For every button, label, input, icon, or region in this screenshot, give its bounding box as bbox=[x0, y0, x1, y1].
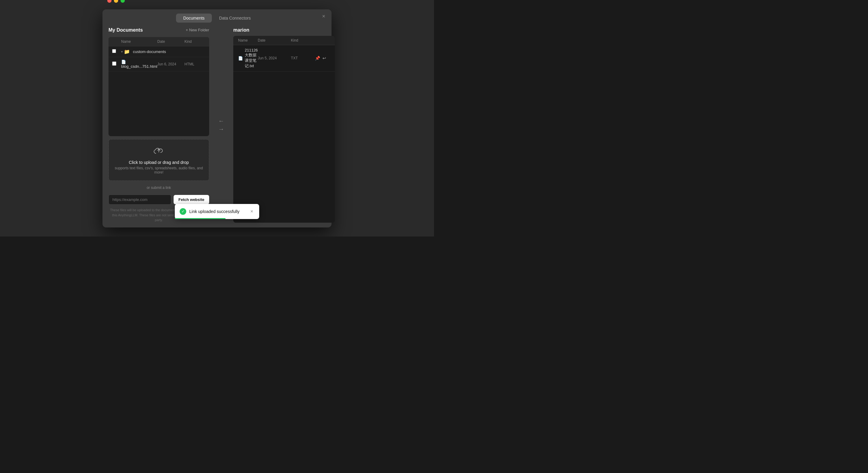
rfile-actions: 📌 ↩ bbox=[315, 56, 330, 61]
rfile-kind: TXT bbox=[291, 56, 315, 60]
rfile-icon: 📄 bbox=[238, 56, 243, 61]
fetch-website-button[interactable]: Fetch website bbox=[174, 195, 209, 204]
table-row[interactable]: 📄 211126大数据课堂笔记.txt Jun 5, 2024 TXT 📌 ↩ bbox=[233, 45, 335, 72]
transfer-arrows: ← → bbox=[215, 27, 227, 223]
link-input[interactable] bbox=[108, 195, 171, 204]
col-name: Name bbox=[121, 39, 157, 44]
rfile-name: 📄 211126大数据课堂笔记.txt bbox=[238, 48, 258, 69]
file-doc-icon: 📄 bbox=[121, 60, 126, 64]
upload-dropzone[interactable]: Click to upload or drag and drop support… bbox=[108, 139, 209, 181]
file-table-header: Name Date Kind bbox=[108, 37, 209, 46]
left-panel-header: My Documents + New Folder bbox=[108, 27, 209, 33]
divider-text: or submit a link bbox=[108, 186, 209, 190]
left-panel: My Documents + New Folder Name Date Kind bbox=[108, 27, 209, 223]
chevron-icon: ▾ bbox=[121, 50, 123, 53]
toast-message: Link uploaded successfully bbox=[189, 209, 247, 214]
col-checkbox bbox=[112, 39, 121, 44]
toast-success-icon: ✓ bbox=[180, 208, 186, 215]
workspace-name: marion bbox=[233, 27, 249, 33]
folder-row[interactable]: ▾ 📁 custom-documents bbox=[108, 46, 209, 57]
file-checkbox[interactable] bbox=[112, 61, 116, 66]
toast-close-button[interactable]: × bbox=[250, 209, 253, 214]
documents-modal: × Documents Data Connectors My Documents… bbox=[102, 9, 332, 227]
folder-checkbox-area bbox=[112, 49, 121, 54]
rcol-kind: Kind bbox=[291, 38, 315, 42]
file-checkbox-area bbox=[112, 61, 121, 67]
upload-title: Click to upload or drag and drop bbox=[114, 160, 204, 165]
right-panel-header: marion bbox=[233, 27, 335, 33]
tab-documents[interactable]: Documents bbox=[176, 13, 212, 23]
file-kind: HTML bbox=[184, 62, 206, 66]
tabs-bar: Documents Data Connectors bbox=[102, 9, 332, 23]
toast-progress-bar bbox=[175, 218, 225, 219]
file-name: 📄 blog_csdn...751.html bbox=[121, 60, 157, 69]
close-window-button[interactable] bbox=[107, 0, 112, 3]
file-date: Jun 6, 2024 bbox=[157, 62, 184, 66]
folder-checkbox[interactable] bbox=[112, 49, 116, 53]
folder-icon: 📁 bbox=[124, 49, 130, 55]
right-arrow-icon: → bbox=[218, 126, 224, 132]
link-row: Fetch website bbox=[108, 195, 209, 204]
right-table-header: Name Date Kind bbox=[233, 36, 335, 45]
table-row[interactable]: 📄 blog_csdn...751.html Jun 6, 2024 HTML bbox=[108, 57, 209, 71]
col-date: Date bbox=[157, 39, 184, 44]
close-modal-button[interactable]: × bbox=[320, 13, 327, 20]
rfile-date: Jun 5, 2024 bbox=[258, 56, 291, 60]
upload-cloud-icon bbox=[114, 146, 204, 158]
rcol-actions bbox=[315, 38, 330, 42]
workspace-file-table: Name Date Kind 📄 211126大数据课堂笔记.txt Jun 5… bbox=[233, 36, 335, 223]
folder-name-area: ▾ 📁 custom-documents bbox=[121, 49, 206, 55]
minimize-window-button[interactable] bbox=[114, 0, 118, 3]
rcol-name: Name bbox=[238, 38, 258, 42]
folder-name: custom-documents bbox=[133, 50, 166, 54]
window-controls bbox=[107, 0, 125, 3]
left-arrow-icon: ← bbox=[218, 118, 224, 124]
new-folder-button[interactable]: + New Folder bbox=[186, 28, 209, 32]
pin-icon[interactable]: 📌 bbox=[315, 56, 320, 61]
maximize-window-button[interactable] bbox=[121, 0, 125, 3]
transfer-icon: ← → bbox=[218, 118, 224, 132]
my-documents-title: My Documents bbox=[108, 27, 143, 33]
tab-data-connectors[interactable]: Data Connectors bbox=[212, 13, 258, 23]
undo-icon[interactable]: ↩ bbox=[322, 56, 326, 61]
col-kind: Kind bbox=[184, 39, 206, 44]
rcol-date: Date bbox=[258, 38, 291, 42]
modal-body: My Documents + New Folder Name Date Kind bbox=[102, 23, 332, 227]
toast-notification: ✓ Link uploaded successfully × bbox=[175, 204, 259, 219]
right-panel: marion Name Date Kind 📄 211126大数据课堂笔记.tx… bbox=[233, 27, 335, 223]
upload-subtitle: supports text files, csv's, spreadsheets… bbox=[114, 166, 204, 175]
local-file-table: Name Date Kind ▾ 📁 custom-documents bbox=[108, 37, 209, 136]
